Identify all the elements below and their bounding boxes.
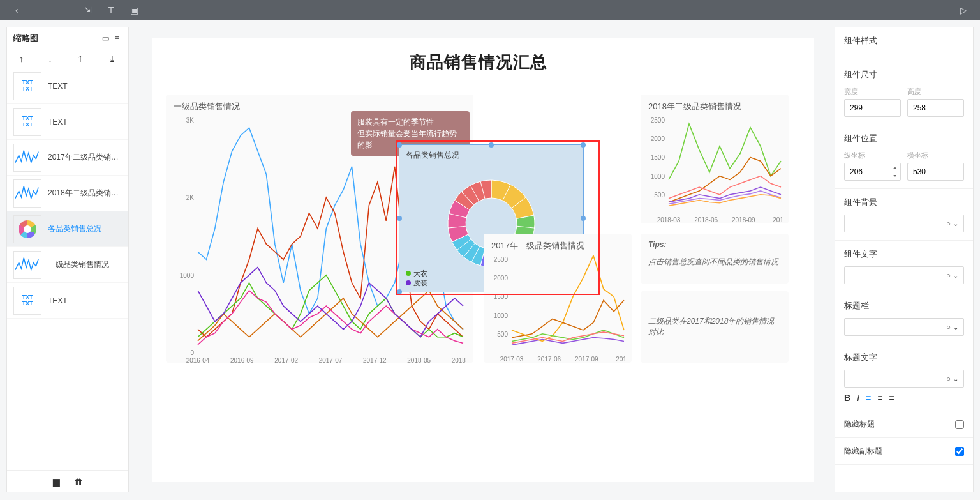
resize-handle-sw[interactable] [397, 289, 402, 294]
sidebar-item-label: TEXT [48, 117, 68, 126]
svg-text:1500: 1500 [494, 293, 509, 300]
sidebar-item-3[interactable]: 2018年二级品类销售情... [7, 176, 128, 211]
view-card-icon[interactable]: ▭ [100, 33, 110, 43]
sidebar-item-label: 2017年二级品类销售情... [48, 152, 122, 163]
move-down-icon[interactable]: ↓ [48, 54, 52, 64]
resize-handle-w[interactable] [397, 216, 402, 221]
move-top-icon[interactable]: ⤒ [77, 54, 84, 64]
small-line-2017-title: 2017年二级品类销售情况 [491, 240, 624, 252]
tips-1-card[interactable]: Tips: 点击销售总况查阅不同品类的销售情况 [641, 234, 789, 284]
style-section-title: 组件样式 [844, 35, 964, 47]
text-toggle[interactable]: ○⌄ [844, 266, 964, 284]
small-line-2017-card[interactable]: 2017年二级品类销售情况 50010001500200025002017-03… [484, 234, 632, 363]
small-line-2018-chart: 50010001500200025002018-032018-062018-09… [648, 116, 783, 225]
sidebar-item-label: 2018年二级品类销售情... [48, 188, 122, 199]
italic-icon[interactable]: I [857, 393, 859, 403]
move-bottom-icon[interactable]: ⤓ [108, 54, 116, 64]
svg-text:2017-09: 2017-09 [575, 356, 598, 363]
size-section-title: 组件尺寸 [844, 69, 964, 80]
height-label: 高度 [907, 87, 964, 96]
svg-text:2017-03: 2017-03 [500, 356, 524, 363]
folder-icon[interactable]: ▆ [53, 476, 60, 487]
svg-text:2500: 2500 [651, 117, 665, 124]
thumbnails-title: 缩略图 [13, 33, 38, 44]
y-step-up[interactable]: ▲ [889, 162, 900, 171]
donut-title: 各品类销售总况 [399, 145, 583, 166]
annotation-line1: 服装具有一定的季节性 [357, 116, 463, 128]
resize-handle-n[interactable] [489, 142, 494, 148]
svg-text:2017-07: 2017-07 [319, 357, 343, 364]
y-step-down[interactable]: ▼ [889, 171, 900, 180]
svg-text:2018-: 2018- [773, 216, 783, 223]
svg-text:2018-10: 2018-10 [452, 357, 466, 364]
small-line-2018-card[interactable]: 2018年二级品类销售情况 50010001500200025002018-03… [641, 95, 789, 223]
bg-toggle[interactable]: ○⌄ [844, 215, 964, 232]
svg-text:2016-09: 2016-09 [230, 357, 254, 364]
y-label: 纵坐标 [844, 151, 901, 160]
sidebar-thumb: TXTTXT [13, 72, 41, 100]
svg-text:2018-09: 2018-09 [732, 216, 755, 223]
width-label: 宽度 [844, 87, 901, 96]
sidebar-thumb: TXTTXT [13, 108, 41, 136]
height-input[interactable] [907, 99, 964, 117]
svg-text:1000: 1000 [651, 173, 665, 180]
svg-text:2017-12: 2017-12 [363, 357, 387, 364]
svg-text:1500: 1500 [651, 154, 665, 161]
image-icon[interactable]: ▣ [124, 0, 144, 20]
hide-sub-checkbox[interactable] [955, 447, 964, 456]
tips-2-card[interactable]: 二级品类在2017和2018年的销售情况对比 [641, 291, 789, 363]
sidebar-thumb [13, 215, 41, 243]
bold-icon[interactable]: B [844, 393, 850, 403]
svg-text:3K: 3K [186, 117, 195, 124]
svg-text:0: 0 [190, 349, 194, 356]
text-icon[interactable]: T [101, 0, 121, 20]
svg-text:2000: 2000 [651, 135, 665, 142]
svg-text:2018-03: 2018-03 [657, 216, 681, 223]
width-input[interactable] [844, 99, 901, 117]
hide-sub-label: 隐藏副标题 [844, 446, 882, 457]
svg-text:2017-: 2017- [616, 356, 627, 363]
titlebar-section-title: 标题栏 [844, 300, 964, 312]
svg-text:1000: 1000 [494, 312, 509, 319]
align-left-icon[interactable]: ≡ [866, 393, 871, 403]
titletext-toggle[interactable]: ○⌄ [844, 370, 964, 388]
resize-handle-nw[interactable] [397, 142, 402, 148]
svg-text:500: 500 [497, 331, 508, 338]
svg-text:2017-02: 2017-02 [274, 357, 298, 364]
svg-text:2000: 2000 [494, 275, 509, 282]
align-center-icon[interactable]: ≡ [877, 393, 882, 403]
svg-text:500: 500 [654, 192, 665, 199]
svg-text:1000: 1000 [180, 272, 195, 279]
view-list-icon[interactable]: ≡ [112, 33, 122, 43]
play-icon[interactable]: ▷ [953, 0, 974, 20]
sidebar-item-0[interactable]: TXTTXTTEXT [7, 68, 128, 104]
titlebar-toggle[interactable]: ○⌄ [844, 318, 964, 336]
donut-legend: 大衣皮装 [406, 269, 427, 288]
position-section-title: 组件位置 [844, 133, 964, 144]
svg-text:2016-04: 2016-04 [186, 357, 210, 364]
import-icon[interactable]: ⇲ [78, 0, 98, 20]
align-right-icon[interactable]: ≡ [889, 393, 894, 403]
sidebar-item-2[interactable]: 2017年二级品类销售情... [7, 140, 128, 176]
sidebar-item-4[interactable]: 各品类销售总况 [7, 211, 128, 247]
hide-title-checkbox[interactable] [955, 420, 964, 429]
back-icon[interactable]: ‹ [6, 0, 27, 20]
small-line-2017-chart: 50010001500200025002017-032017-062017-09… [491, 255, 627, 364]
sidebar-item-5[interactable]: 一级品类销售情况 [7, 247, 128, 283]
sidebar-item-6[interactable]: TXTTXTTEXT [7, 283, 128, 319]
resize-handle-ne[interactable] [581, 142, 586, 148]
tips-1-text: 点击销售总况查阅不同品类的销售情况 [648, 257, 778, 266]
svg-text:2500: 2500 [494, 256, 509, 263]
sidebar-item-label: TEXT [48, 296, 68, 305]
resize-handle-e[interactable] [581, 216, 586, 221]
sidebar-item-label: TEXT [48, 82, 68, 91]
hide-title-label: 隐藏标题 [844, 419, 875, 430]
sidebar-thumb [13, 179, 41, 208]
text-section-title: 组件文字 [844, 248, 964, 260]
titletext-section-title: 标题文字 [844, 352, 964, 363]
move-up-icon[interactable]: ↑ [19, 54, 24, 64]
x-input[interactable] [907, 163, 964, 181]
sidebar-item-1[interactable]: TXTTXTTEXT [7, 104, 128, 140]
delete-icon[interactable]: 🗑 [74, 476, 83, 487]
sidebar-thumb [13, 251, 41, 279]
